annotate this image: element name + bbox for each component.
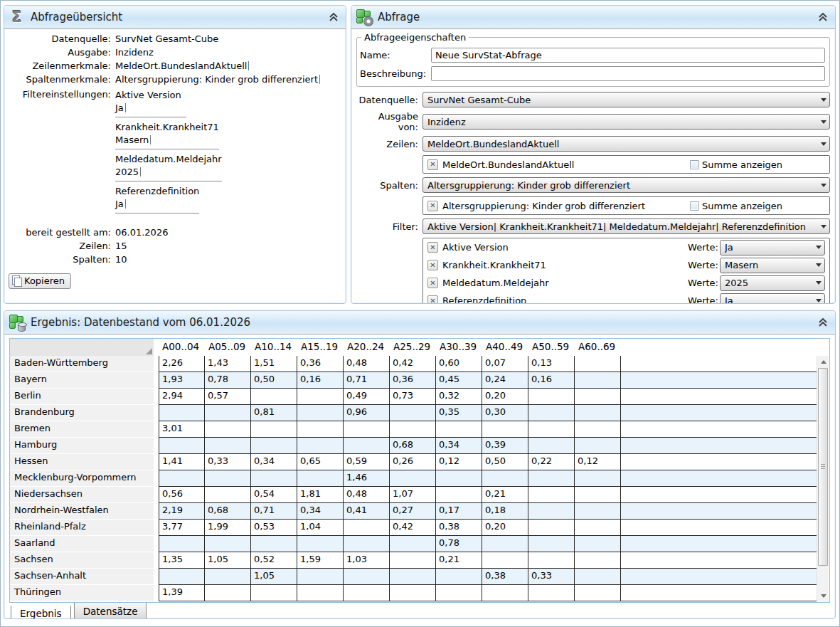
column-header[interactable]: A05..09 [205, 339, 251, 356]
column-header[interactable]: A00..04 [159, 339, 205, 356]
table-cell [251, 438, 297, 454]
remove-icon[interactable]: ✕ [427, 201, 438, 211]
table-cell [436, 487, 482, 503]
result-panel-header: Ergebnis: Datenbestand vom 06.01.2026 [4, 311, 835, 334]
output-select[interactable]: Inzidenz [422, 114, 830, 130]
table-cell [344, 438, 390, 454]
table-row: Hessen1,410,330,340,650,590,260,120,500,… [10, 454, 829, 470]
table-cell [205, 536, 251, 552]
scroll-down-icon[interactable] [817, 590, 829, 601]
datasource-select[interactable]: SurvNet Gesamt-Cube [422, 92, 830, 107]
table-cell: 0,21 [482, 487, 528, 503]
column-header[interactable]: A20..24 [344, 339, 390, 356]
rows-select[interactable]: MeldeOrt.BundeslandAktuell [422, 136, 830, 152]
table-cell: 0,60 [436, 356, 482, 372]
column-sum-checkbox[interactable] [690, 201, 699, 211]
columns-select[interactable]: Altersgruppierung: Kinder grob differenz… [422, 177, 830, 193]
filter-value-select[interactable]: Ja [720, 293, 825, 305]
tab-datensaetze[interactable]: Datensätze [74, 602, 147, 619]
table-cell [297, 536, 344, 552]
field-value: Inzidenz [115, 47, 341, 58]
table-cell: 1,81 [297, 487, 344, 503]
copy-button[interactable]: Kopieren [9, 273, 71, 289]
column-header[interactable]: A40..49 [482, 339, 528, 356]
remove-icon[interactable]: ✕ [427, 295, 438, 304]
dropdown-arrow-icon [816, 246, 822, 249]
column-header[interactable]: A10..14 [251, 339, 297, 356]
table-cell: 0,34 [251, 454, 297, 470]
collapse-icon[interactable] [817, 316, 829, 329]
dropdown-arrow-icon [821, 225, 826, 228]
table-cell [575, 438, 621, 454]
panel-query-editor: Abfrage Abfrageeigenschaften Name: Besch… [351, 5, 836, 304]
remove-icon[interactable]: ✕ [427, 278, 438, 288]
column-header[interactable]: A30..39 [436, 339, 482, 356]
meta-value: 06.01.2026 [115, 227, 341, 238]
remove-icon[interactable]: ✕ [427, 159, 438, 170]
column-header[interactable]: A60..69 [575, 339, 621, 356]
value-separator [125, 199, 126, 209]
table-cell [205, 405, 251, 421]
table-row-filler [621, 356, 817, 372]
table-cell [575, 569, 621, 585]
table-cell: 0,32 [436, 389, 482, 405]
table-cell [159, 405, 205, 421]
filter-value: Ja [115, 102, 186, 115]
remove-icon[interactable]: ✕ [427, 242, 438, 253]
value-separator [248, 61, 249, 70]
datasource-label: Datenquelle: [356, 95, 422, 105]
row-sum-label: Summe anzeigen [702, 159, 782, 170]
column-header[interactable]: A15..19 [297, 339, 344, 356]
remove-icon[interactable]: ✕ [427, 260, 438, 270]
table-cell [575, 470, 621, 487]
table-cell: 1,03 [344, 552, 390, 569]
scroll-up-icon[interactable] [817, 356, 829, 367]
row-header: Bremen [10, 421, 154, 438]
table-cell: 0,21 [436, 552, 482, 569]
table-cell [344, 520, 390, 536]
table-cell: 0,52 [251, 552, 297, 569]
table-cell [528, 520, 575, 536]
filter-row: ✕ Referenzdefinition Werte: Ja [423, 292, 829, 304]
table-cell: 0,13 [528, 356, 575, 372]
table-row: Rheinland-Pfalz3,771,990,531,040,420,380… [10, 520, 829, 536]
table-row: Mecklenburg-Vorpommern1,46 [10, 470, 829, 487]
sigma-icon: Σ [9, 9, 26, 26]
table-cell: 0,16 [528, 372, 575, 389]
filter-value-select[interactable]: 2025 [720, 275, 825, 291]
row-sum-checkbox[interactable] [690, 160, 699, 169]
werte-label: Werte: [688, 295, 720, 304]
table-cell: 0,16 [297, 372, 344, 389]
tab-ergebnis[interactable]: Ergebnis [11, 606, 71, 619]
table-cell: 0,20 [482, 389, 528, 405]
table-cell: 0,38 [436, 520, 482, 536]
collapse-icon[interactable] [817, 11, 829, 23]
table-cell [482, 552, 528, 569]
table-cell: 1,46 [344, 470, 390, 487]
table-cell [205, 569, 251, 585]
table-row: Bayern1,930,780,500,160,710,360,450,240,… [10, 372, 829, 389]
dropdown-arrow-icon [821, 142, 826, 146]
table-cell: 0,20 [482, 520, 528, 536]
column-header[interactable]: A25..29 [390, 339, 436, 356]
filter-select[interactable]: Aktive Version| Krankheit.Krankheit71| M… [422, 218, 830, 234]
filter-value-select[interactable]: Ja [720, 240, 825, 255]
filter-name: Referenzdefinition [115, 185, 199, 198]
vertical-scrollbar[interactable] [817, 356, 829, 601]
column-header[interactable]: A50..59 [528, 339, 575, 356]
table-cell: 0,96 [344, 405, 390, 421]
collapse-icon[interactable] [327, 11, 340, 23]
query-description-input[interactable] [431, 66, 825, 81]
scrollbar-thumb[interactable] [818, 368, 828, 566]
query-name-input[interactable] [431, 48, 825, 63]
filter-value-select[interactable]: Masern [720, 258, 825, 273]
filter-entry: Referenzdefinition Ja [115, 185, 199, 214]
table-cell [205, 585, 251, 601]
table-cell [528, 536, 575, 552]
table-cell [297, 470, 344, 487]
field-label: Spaltenmerkmale: [7, 74, 115, 85]
table-cell: 0,17 [436, 503, 482, 520]
table-cell [205, 438, 251, 454]
table-row: Sachsen-Anhalt1,050,380,33 [10, 569, 829, 585]
table-row: Niedersachsen0,560,541,810,481,070,21 [10, 487, 829, 503]
